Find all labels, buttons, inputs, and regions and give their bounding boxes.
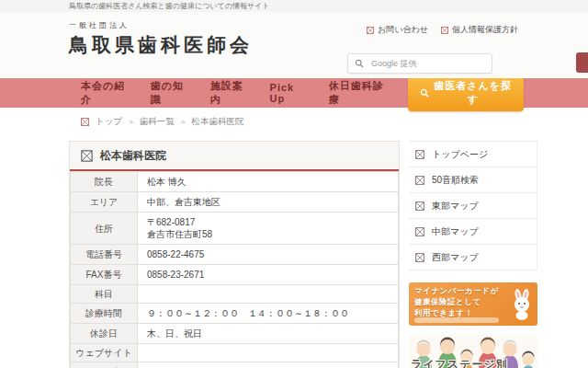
broken-image-icon	[441, 27, 448, 34]
clinic-detail-card: 松本歯科医院 院長 松本 博久 エリア 中部、倉吉東地区 住所 〒682-081…	[69, 141, 400, 368]
row-label: 電話番号	[71, 245, 138, 265]
sidebar-item-syllabary-search[interactable]: 50音順検索	[409, 167, 537, 193]
sidebar-item-label: 西部マップ	[432, 251, 479, 264]
table-row: ウェブサイト	[71, 344, 399, 362]
nav-item-facilities[interactable]: 施設案内	[210, 79, 250, 107]
row-label: 住所	[71, 213, 138, 245]
side-tab[interactable]	[576, 52, 588, 73]
sidebar-item-label: トップページ	[432, 148, 488, 161]
sidebar-item-central-map[interactable]: 中部マップ	[409, 219, 537, 245]
sidebar-item-label: 50音順検索	[432, 174, 479, 187]
breadcrumb-clinic-list[interactable]: 歯科一覧	[140, 116, 175, 128]
find-dentist-button[interactable]: 歯医者さんを探す	[408, 75, 524, 111]
row-label: ウェブサイト	[71, 344, 138, 362]
banner-fineprint-strip	[414, 317, 499, 323]
table-row: 院長 松本 博久	[71, 172, 399, 192]
site-title: 鳥取県歯科医師会	[69, 32, 253, 58]
nav-item-about[interactable]: 本会の紹介	[81, 79, 130, 107]
row-value: 松本 博久	[138, 172, 399, 192]
table-row: 休診日 木、日、祝日	[71, 324, 399, 344]
search-input[interactable]	[369, 58, 485, 69]
site-logo[interactable]: 一般社団法人 鳥取県歯科医師会	[69, 20, 253, 58]
row-label: エリア	[71, 192, 138, 213]
row-value: 〒682-0817 倉吉市住吉町58	[138, 213, 399, 245]
breadcrumb-top[interactable]: トップ	[96, 116, 122, 128]
header: 一般社団法人 鳥取県歯科医師会 お問い合わせ 個人情報保護方針	[0, 12, 588, 78]
nav-item-tooth-knowledge[interactable]: 歯の知識	[151, 79, 190, 107]
clinic-icon	[81, 150, 93, 162]
sidebar-item-label: 中部マップ	[432, 225, 479, 238]
table-row: コメント	[71, 362, 399, 368]
broken-image-icon	[415, 227, 424, 236]
table-row: 科目	[71, 285, 399, 304]
row-value: 0858-23-2671	[138, 265, 399, 285]
table-row: 電話番号 0858-22-4675	[71, 245, 399, 265]
broken-image-icon	[415, 150, 424, 159]
broken-image-icon	[367, 27, 374, 34]
broken-image-icon	[415, 176, 424, 185]
row-value	[138, 285, 399, 304]
main-nav: 本会の紹介 歯の知識 施設案内 Pick Up 休日歯科診療 歯医者さんを探す	[0, 78, 588, 108]
table-row: 住所 〒682-0817 倉吉市住吉町58	[71, 213, 399, 245]
row-label: 科目	[71, 285, 138, 304]
row-label: 診療時間	[71, 304, 138, 324]
sidebar-item-east-map[interactable]: 東部マップ	[409, 193, 537, 219]
org-type-label: 一般社団法人	[69, 20, 253, 30]
search-icon	[420, 88, 429, 98]
main-content: 松本歯科医院 院長 松本 博久 エリア 中部、倉吉東地区 住所 〒682-081…	[69, 141, 537, 368]
row-label: コメント	[71, 362, 138, 368]
contact-link[interactable]: お問い合わせ	[367, 24, 428, 36]
sidebar-item-west-map[interactable]: 西部マップ	[409, 245, 537, 270]
sidebar: トップページ 50音順検索 東部マップ 中部マップ	[409, 141, 537, 368]
site-search-box	[347, 53, 492, 74]
table-row: FAX番号 0858-23-2671	[71, 265, 399, 285]
row-value: 中部、倉吉東地区	[138, 192, 399, 213]
breadcrumb-current: 松本歯科医院	[192, 116, 244, 128]
row-value	[138, 344, 399, 362]
rabbit-mascot-icon	[510, 289, 534, 320]
header-utility-links: お問い合わせ 個人情報保護方針	[367, 24, 518, 36]
lifestage-lecture-banner[interactable]: ライフステージ別 歯科保健講座	[409, 335, 537, 368]
clinic-info-table: 院長 松本 博久 エリア 中部、倉吉東地区 住所 〒682-0817 倉吉市住吉…	[70, 171, 399, 368]
breadcrumb-separator: >	[129, 118, 133, 126]
contact-link-label: お問い合わせ	[378, 24, 428, 36]
privacy-policy-link-label: 個人情報保護方針	[452, 24, 518, 36]
home-icon	[81, 118, 89, 126]
nav-item-pickup[interactable]: Pick Up	[270, 82, 309, 104]
row-value: 0858-22-4675	[138, 245, 399, 265]
broken-image-icon	[415, 201, 424, 211]
clinic-name-title: 松本歯科医院	[100, 148, 166, 164]
row-label: 休診日	[71, 324, 138, 344]
promo-line-1: ライフステージ別	[411, 357, 508, 368]
breadcrumb-separator: >	[181, 118, 186, 126]
sidebar-menu: トップページ 50音順検索 東部マップ 中部マップ	[409, 141, 537, 270]
search-icon	[355, 59, 364, 68]
find-dentist-button-label: 歯医者さんを探す	[434, 79, 512, 107]
clinic-title-bar: 松本歯科医院	[70, 142, 399, 171]
row-label: FAX番号	[71, 265, 138, 285]
row-value: ９：００～１２：００ １４：００～１８：００	[138, 304, 399, 324]
mynumber-insurance-banner[interactable]: マイナンバーカードが 健康保険証として 利用できます！	[409, 282, 537, 326]
nav-item-holiday-care[interactable]: 休日歯科診療	[329, 79, 388, 107]
site-tagline: 鳥取県の歯科医者さん検索と歯の健康についての情報サイト	[0, 0, 588, 12]
breadcrumb: トップ > 歯科一覧 > 松本歯科医院	[0, 108, 588, 135]
row-value: 木、日、祝日	[138, 324, 399, 344]
table-row: 診療時間 ９：００～１２：００ １４：００～１８：００	[71, 304, 399, 324]
sidebar-item-label: 東部マップ	[432, 200, 479, 213]
row-label: 院長	[71, 172, 138, 192]
row-value	[138, 362, 399, 368]
broken-image-icon	[415, 253, 424, 262]
sidebar-item-top-page[interactable]: トップページ	[409, 142, 537, 167]
table-row: エリア 中部、倉吉東地区	[71, 192, 399, 213]
privacy-policy-link[interactable]: 個人情報保護方針	[441, 24, 518, 36]
